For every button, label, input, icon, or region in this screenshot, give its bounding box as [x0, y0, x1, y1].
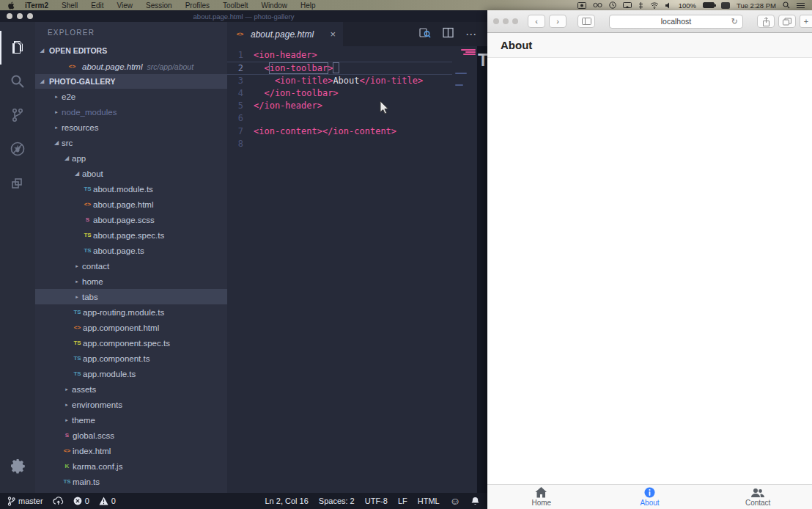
glasses-icon[interactable]: [593, 2, 602, 8]
apple-menu-icon[interactable]: [7, 1, 15, 10]
battery-icon[interactable]: [703, 2, 715, 8]
menubar-clock[interactable]: Tue 2:28 PM: [737, 1, 776, 10]
tree-item-contact[interactable]: ▸contact: [35, 258, 227, 274]
reload-icon[interactable]: ↻: [731, 17, 738, 26]
tree-item-app.component.spec.ts[interactable]: TSapp.component.spec.ts: [35, 335, 227, 351]
address-bar[interactable]: localhost ↻: [609, 15, 743, 29]
screenshot-icon[interactable]: [577, 2, 586, 9]
encoding-setting[interactable]: UTF-8: [365, 497, 388, 505]
git-branch-indicator[interactable]: master: [7, 497, 43, 506]
code-line-7[interactable]: 7<ion-content></ion-content>: [227, 125, 452, 138]
tree-item-assets[interactable]: ▸assets: [35, 381, 227, 397]
menu-view[interactable]: View: [111, 1, 140, 10]
menu-shell[interactable]: Shell: [55, 1, 84, 10]
error-indicator[interactable]: 0: [73, 497, 89, 505]
warning-indicator[interactable]: 0: [99, 497, 116, 505]
explorer-icon[interactable]: [0, 31, 35, 65]
vscode-titlebar[interactable]: about.page.html — photo-gallery: [0, 10, 487, 22]
status-app-icon[interactable]: [721, 2, 730, 9]
tab-overview-icon[interactable]: [778, 15, 796, 28]
tree-item-theme[interactable]: ▸theme: [35, 412, 227, 428]
tree-item-about.module.ts[interactable]: TSabout.module.ts: [35, 181, 227, 197]
tree-item-environments[interactable]: ▸environments: [35, 397, 227, 412]
settings-gear-icon[interactable]: [0, 449, 35, 483]
notifications-bell-icon[interactable]: [470, 497, 480, 506]
tree-item-tabs[interactable]: ▸tabs: [35, 289, 227, 304]
tree-item-app.component.html[interactable]: <>app.component.html: [35, 320, 227, 335]
split-editor-icon[interactable]: [443, 27, 454, 41]
open-preview-icon[interactable]: [419, 27, 431, 42]
menu-profiles[interactable]: Profiles: [179, 1, 216, 10]
code-line-2[interactable]: 2 <ion-toolbar>: [227, 62, 452, 74]
menu-window[interactable]: Window: [254, 1, 294, 10]
notification-center-icon[interactable]: [797, 2, 805, 9]
indentation-setting[interactable]: Spaces: 2: [319, 497, 355, 505]
sync-icon[interactable]: [53, 497, 64, 506]
code-line-3[interactable]: 3 <ion-title>About</ion-title>: [227, 75, 452, 87]
tree-item-karma.conf.js[interactable]: Kkarma.conf.js: [35, 458, 227, 474]
search-icon[interactable]: [0, 65, 35, 98]
code-token: About: [333, 76, 359, 86]
menu-edit[interactable]: Edit: [84, 1, 110, 10]
code-line-1[interactable]: 1<ion-header>: [227, 49, 452, 62]
project-section[interactable]: ◢ PHOTO-GALLERY: [35, 74, 227, 89]
menu-session[interactable]: Session: [139, 1, 179, 10]
cursor-position[interactable]: Ln 2, Col 16: [265, 497, 308, 505]
code-editor[interactable]: 1<ion-header>2 <ion-toolbar>3 <ion-title…: [227, 46, 487, 493]
spotlight-search-icon[interactable]: [783, 1, 790, 9]
code-line-4[interactable]: 4 </ion-toolbar>: [227, 87, 452, 100]
tree-item-e2e[interactable]: ▸e2e: [35, 89, 227, 104]
tree-item-app-routing.module.ts[interactable]: TSapp-routing.module.ts: [35, 304, 227, 320]
menu-iterm2[interactable]: iTerm2: [18, 1, 55, 10]
forward-button[interactable]: ›: [549, 15, 566, 28]
tree-item-app[interactable]: ◢app: [35, 150, 227, 166]
menu-help[interactable]: Help: [294, 1, 322, 10]
feedback-smiley-icon[interactable]: ☺: [450, 495, 460, 507]
eol-setting[interactable]: LF: [398, 497, 407, 505]
tree-item-about.page.spec.ts[interactable]: TSabout.page.spec.ts: [35, 227, 227, 243]
wifi-icon[interactable]: [650, 2, 659, 9]
tree-item-index.html[interactable]: <>index.html: [35, 443, 227, 458]
menu-toolbelt[interactable]: Toolbelt: [216, 1, 254, 10]
open-editor-item[interactable]: <> about.page.html src/app/about: [35, 59, 227, 74]
tree-item-about.page.scss[interactable]: Sabout.page.scss: [35, 212, 227, 227]
extensions-icon[interactable]: [0, 166, 35, 199]
code-line-6[interactable]: 6: [227, 112, 452, 125]
tree-item-about[interactable]: ◢about: [35, 166, 227, 181]
browser-tab-contact[interactable]: Contact: [704, 485, 812, 509]
tree-item-home[interactable]: ▸home: [35, 274, 227, 289]
browser-tab-home[interactable]: Home: [487, 485, 596, 509]
close-window-button[interactable]: [493, 18, 499, 24]
more-actions-icon[interactable]: ⋯: [465, 28, 477, 41]
tree-item-global.scss[interactable]: Sglobal.scss: [35, 428, 227, 443]
new-tab-button[interactable]: +: [800, 15, 812, 28]
debug-icon[interactable]: [0, 132, 35, 166]
code-line-8[interactable]: 8: [227, 138, 452, 150]
source-control-icon[interactable]: [0, 98, 35, 132]
editor-scrollbar-strip[interactable]: T: [477, 46, 487, 493]
tree-item-resources[interactable]: ▸resources: [35, 120, 227, 135]
browser-tab-about[interactable]: About: [596, 485, 704, 509]
tab-close-icon[interactable]: ×: [330, 29, 336, 40]
tree-item-node_modules[interactable]: ▸node_modules: [35, 104, 227, 120]
time-machine-icon[interactable]: [609, 1, 616, 9]
volume-icon[interactable]: [665, 2, 672, 9]
code-line-5[interactable]: 5</ion-header>: [227, 100, 452, 112]
sidebar-toggle-icon[interactable]: [577, 15, 595, 28]
tree-item-app.module.ts[interactable]: TSapp.module.ts: [35, 366, 227, 381]
language-mode[interactable]: HTML: [418, 497, 440, 505]
minimize-window-button[interactable]: [503, 18, 509, 24]
tree-item-about.page.ts[interactable]: TSabout.page.ts: [35, 243, 227, 258]
tree-item-about.page.html[interactable]: <>about.page.html: [35, 197, 227, 212]
open-editors-section[interactable]: ◢ OPEN EDITORS: [35, 43, 227, 59]
tree-item-app.component.ts[interactable]: TSapp.component.ts: [35, 351, 227, 366]
keyboard-input-icon[interactable]: [638, 2, 643, 9]
share-icon[interactable]: [757, 15, 775, 28]
minimap[interactable]: [455, 48, 476, 86]
editor-tab-about-page-html[interactable]: <> about.page.html ×: [227, 22, 343, 46]
display-icon[interactable]: [623, 2, 632, 9]
tree-item-src[interactable]: ◢src: [35, 135, 227, 150]
zoom-window-button[interactable]: [512, 18, 518, 24]
back-button[interactable]: ‹: [528, 15, 545, 28]
tree-item-main.ts[interactable]: TSmain.ts: [35, 474, 227, 489]
